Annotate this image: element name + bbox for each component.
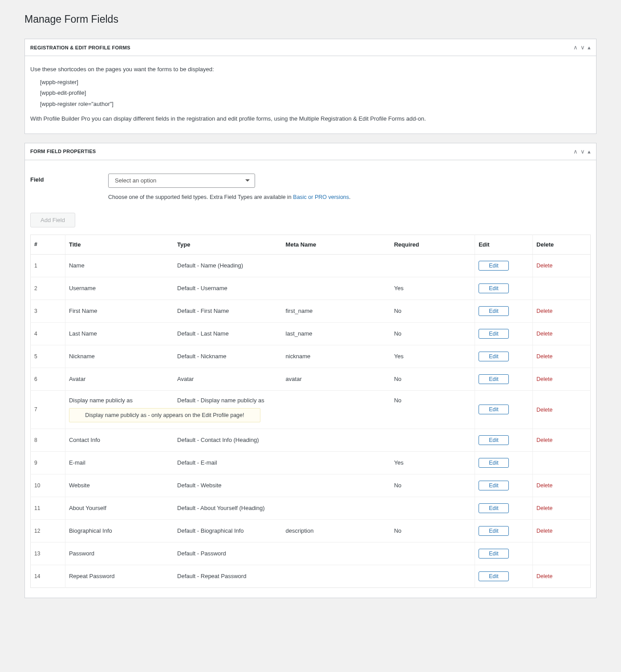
delete-link[interactable]: Delete — [536, 263, 552, 269]
row-edit-cell: Edit — [475, 542, 533, 565]
column-header-title: Title — [65, 235, 174, 254]
column-header-delete: Delete — [533, 235, 591, 254]
row-edit-cell: Edit — [475, 368, 533, 390]
row-delete-cell: Delete — [533, 254, 591, 277]
delete-link[interactable]: Delete — [536, 573, 552, 579]
row-meta — [282, 451, 391, 474]
delete-link[interactable]: Delete — [536, 505, 552, 511]
row-index: 4 — [31, 322, 65, 345]
edit-button[interactable]: Edit — [479, 374, 509, 384]
row-delete-cell: Delete — [533, 565, 591, 587]
row-meta: nickname — [282, 345, 391, 368]
delete-link[interactable]: Delete — [536, 376, 552, 382]
edit-button[interactable]: Edit — [479, 458, 509, 468]
orderdown-icon[interactable]: ∨ — [580, 148, 585, 155]
field-help-text: Choose one of the supported field types.… — [108, 194, 591, 200]
row-delete-cell: Delete — [533, 345, 591, 368]
row-meta: last_name — [282, 322, 391, 345]
toggle-icon[interactable]: ▴ — [588, 44, 591, 51]
row-title: Repeat Password — [65, 565, 174, 587]
orderup-icon[interactable]: ∧ — [573, 44, 578, 51]
row-meta — [282, 254, 391, 277]
row-meta — [282, 497, 391, 519]
field-label: Field — [30, 174, 108, 183]
column-header-edit: Edit — [475, 235, 533, 254]
row-title: E-mail — [65, 451, 174, 474]
delete-link[interactable]: Delete — [536, 437, 552, 443]
table-row: 1NameDefault - Name (Heading)EditDelete — [31, 254, 591, 277]
row-delete-cell: Delete — [533, 474, 591, 497]
column-header-meta: Meta Name — [282, 235, 391, 254]
row-title: Nickname — [65, 345, 174, 368]
row-type: Avatar — [174, 368, 282, 390]
row-edit-cell: Edit — [475, 345, 533, 368]
table-row: 12Biographical InfoDefault - Biographica… — [31, 519, 591, 542]
row-index: 12 — [31, 519, 65, 542]
orderdown-icon[interactable]: ∨ — [580, 44, 585, 51]
edit-button[interactable]: Edit — [479, 261, 509, 271]
row-edit-cell: Edit — [475, 451, 533, 474]
metabox-form-field-properties: Form Field Properties ∧ ∨ ▴ Field Select… — [24, 143, 597, 598]
row-type: Default - Nickname — [174, 345, 282, 368]
add-field-button[interactable]: Add Field — [30, 213, 75, 227]
table-row: 8Contact InfoDefault - Contact Info (Hea… — [31, 429, 591, 451]
edit-button[interactable]: Edit — [479, 435, 509, 445]
row-delete-cell: Delete — [533, 368, 591, 390]
row-type: Default - Last Name — [174, 322, 282, 345]
row-required: No — [390, 519, 475, 542]
row-index: 14 — [31, 565, 65, 587]
delete-link[interactable]: Delete — [536, 407, 552, 413]
row-delete-cell: Delete — [533, 390, 591, 429]
row-edit-cell: Edit — [475, 277, 533, 300]
row-title: Password — [65, 542, 174, 565]
row-meta — [282, 277, 391, 300]
row-title: Biographical Info — [65, 519, 174, 542]
fields-table: # Title Type Meta Name Required Edit Del… — [30, 235, 591, 588]
row-edit-cell: Edit — [475, 565, 533, 587]
row-index: 6 — [31, 368, 65, 390]
delete-link[interactable]: Delete — [536, 528, 552, 534]
row-title: Last Name — [65, 322, 174, 345]
edit-button[interactable]: Edit — [479, 481, 509, 490]
versions-link[interactable]: Basic or PRO versions — [293, 194, 349, 200]
row-index: 1 — [31, 254, 65, 277]
edit-button[interactable]: Edit — [479, 283, 509, 293]
table-row: 2UsernameDefault - UsernameYesEdit — [31, 277, 591, 300]
edit-button[interactable]: Edit — [479, 329, 509, 339]
intro-text: Use these shortcodes on the pages you wa… — [30, 65, 591, 74]
edit-button[interactable]: Edit — [479, 526, 509, 536]
row-delete-cell: Delete — [533, 322, 591, 345]
edit-button[interactable]: Edit — [479, 571, 509, 581]
metabox-title: Registration & Edit Profile Forms — [30, 45, 130, 50]
row-index: 3 — [31, 300, 65, 322]
metabox-title: Form Field Properties — [30, 149, 96, 154]
row-index: 10 — [31, 474, 65, 497]
table-row: 10WebsiteDefault - WebsiteNoEditDelete — [31, 474, 591, 497]
delete-link[interactable]: Delete — [536, 482, 552, 489]
row-required: No — [390, 300, 475, 322]
edit-button[interactable]: Edit — [479, 549, 509, 559]
delete-link[interactable]: Delete — [536, 353, 552, 360]
row-meta — [282, 565, 391, 587]
edit-button[interactable]: Edit — [479, 503, 509, 513]
metabox-registration-forms: Registration & Edit Profile Forms ∧ ∨ ▴ … — [24, 39, 597, 134]
row-required — [390, 542, 475, 565]
row-required — [390, 565, 475, 587]
delete-link[interactable]: Delete — [536, 308, 552, 314]
orderup-icon[interactable]: ∧ — [573, 148, 578, 155]
field-type-select[interactable]: Select an option — [108, 174, 255, 188]
row-type: Default - Website — [174, 474, 282, 497]
row-edit-cell: Edit — [475, 474, 533, 497]
edit-button[interactable]: Edit — [479, 306, 509, 316]
row-edit-cell: Edit — [475, 497, 533, 519]
edit-button[interactable]: Edit — [479, 352, 509, 361]
row-required: No — [390, 390, 475, 429]
row-delete-cell: Delete — [533, 519, 591, 542]
row-required: No — [390, 368, 475, 390]
delete-link[interactable]: Delete — [536, 331, 552, 337]
edit-button[interactable]: Edit — [479, 405, 509, 414]
row-title: First Name — [65, 300, 174, 322]
row-type: Default - Repeat Password — [174, 565, 282, 587]
toggle-icon[interactable]: ▴ — [588, 148, 591, 155]
row-edit-cell: Edit — [475, 519, 533, 542]
